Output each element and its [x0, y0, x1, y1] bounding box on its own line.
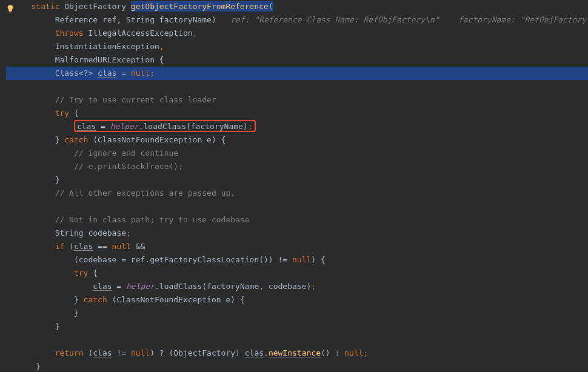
code-line[interactable]: (codebase = ref.getFactoryClassLocation(…	[6, 253, 588, 267]
code-line[interactable]: // ignore and continue	[6, 147, 588, 160]
code-line[interactable]: MalformedURLException {	[6, 53, 588, 67]
code-line[interactable]: try {	[6, 267, 588, 280]
code-line[interactable]: }	[6, 360, 588, 372]
code-line[interactable]: // Try to use current class loader	[6, 93, 588, 107]
code-line[interactable]: // e.printStackTrace();	[6, 160, 588, 173]
code-line[interactable]: return (clas != null) ? (ObjectFactory) …	[6, 347, 588, 360]
code-line[interactable]: } catch (ClassNotFoundException e) {	[6, 293, 588, 307]
code-line[interactable]: }	[6, 173, 588, 187]
code-line[interactable]: // All other exceptions are passed up.	[6, 187, 588, 200]
code-line[interactable]: clas = helper.loadClass(factoryName, cod…	[6, 280, 588, 293]
code-line[interactable]: }	[6, 307, 588, 320]
code-line[interactable]: } catch (ClassNotFoundException e) {	[6, 133, 588, 147]
code-line[interactable]: throws IllegalAccessException,	[6, 27, 588, 40]
code-line[interactable]: String codebase;	[6, 227, 588, 240]
code-line[interactable]: InstantiationException,	[6, 40, 588, 53]
code-line[interactable]: }	[6, 320, 588, 333]
left-gutter-stripe	[0, 0, 5, 372]
code-line[interactable]: clas = helper.loadClass(factoryName);	[6, 120, 588, 133]
code-line[interactable]: if (clas == null &&	[6, 240, 588, 253]
code-editor[interactable]: static ObjectFactory getObjectFactoryFro…	[0, 0, 588, 372]
code-line[interactable]: try {	[6, 107, 588, 120]
bulb-icon[interactable]	[6, 4, 13, 11]
code-line[interactable]: // Not in class path; try to use codebas…	[6, 213, 588, 227]
inlay-hint: factoryName: "RefObjFactory"	[458, 15, 588, 24]
code-line[interactable]: static ObjectFactory getObjectFactoryFro…	[6, 0, 588, 13]
code-line[interactable]: Reference ref, String factoryName) ref: …	[6, 13, 588, 27]
code-line[interactable]	[6, 333, 588, 347]
code-line-selected[interactable]: Class<?> clas = null;	[6, 67, 588, 80]
code-line[interactable]	[6, 200, 588, 213]
inlay-hint: ref: "Reference Class Name: RefObjFactor…	[230, 15, 439, 24]
code-line[interactable]	[6, 80, 588, 93]
highlight-box: clas = helper.loadClass(factoryName);	[74, 120, 256, 132]
